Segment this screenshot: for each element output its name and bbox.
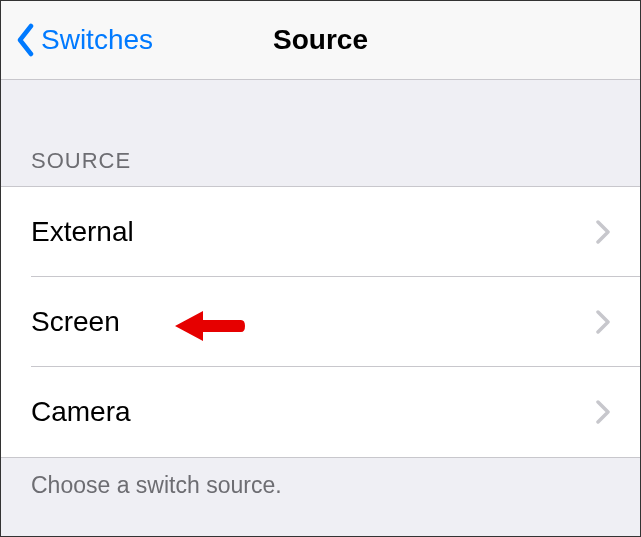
navbar: Switches Source [1, 1, 640, 80]
list-item-label: Screen [31, 306, 120, 338]
source-list: External Screen Camera [1, 186, 640, 458]
chevron-left-icon [15, 23, 35, 57]
list-item-screen[interactable]: Screen [1, 277, 640, 367]
back-button[interactable]: Switches [1, 1, 153, 79]
chevron-right-icon [596, 220, 610, 244]
list-item-label: External [31, 216, 134, 248]
section-footer: Choose a switch source. [1, 458, 640, 513]
list-item-label: Camera [31, 396, 131, 428]
section-header: SOURCE [1, 80, 640, 186]
chevron-right-icon [596, 310, 610, 334]
list-item-camera[interactable]: Camera [1, 367, 640, 457]
back-label: Switches [41, 24, 153, 56]
list-item-external[interactable]: External [1, 187, 640, 277]
page-title: Source [273, 24, 368, 56]
chevron-right-icon [596, 400, 610, 424]
